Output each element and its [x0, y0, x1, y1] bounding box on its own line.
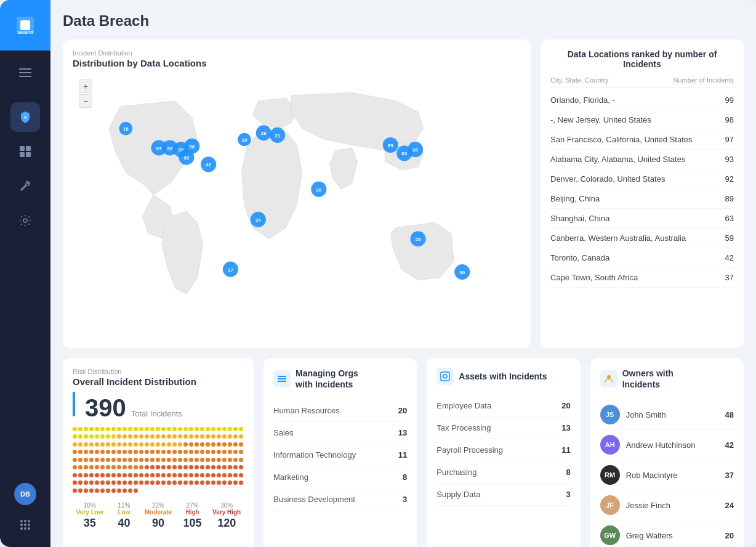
dot [206, 458, 210, 462]
risk-count: 40 [107, 517, 142, 530]
owner-avatar: JS [600, 405, 620, 424]
dot [172, 434, 177, 439]
owners-icon [600, 370, 617, 387]
dot [211, 434, 215, 439]
svg-rect-62 [441, 372, 449, 381]
org-row: Information Technology11 [273, 444, 407, 466]
dot [128, 480, 132, 485]
dot [73, 473, 77, 477]
location-count: 42 [725, 253, 734, 262]
top-section: Incident Distribution Distribution by Da… [63, 39, 744, 348]
dot [84, 458, 88, 462]
svg-text:97: 97 [156, 146, 162, 152]
sidebar-nav: 4 [10, 95, 40, 476]
dot [73, 434, 77, 439]
zoom-out-button[interactable]: − [79, 94, 92, 108]
dot [200, 442, 204, 447]
sidebar-item-dashboard[interactable] [10, 137, 40, 166]
dot [172, 473, 177, 477]
dot [134, 465, 138, 469]
org-count: 11 [398, 450, 407, 460]
dot [134, 480, 138, 485]
dot [117, 473, 121, 477]
dot [189, 427, 193, 431]
svg-point-21 [28, 527, 30, 530]
page-title: Data Breach [63, 12, 744, 30]
svg-point-13 [20, 520, 23, 522]
dot [178, 458, 182, 462]
dot [123, 434, 127, 439]
owner-count: 20 [725, 531, 734, 540]
dot [145, 442, 149, 447]
dot [222, 473, 227, 477]
location-name: Canberra, Western Australia, Australia [550, 233, 725, 243]
risk-count: 35 [73, 517, 107, 530]
dot [167, 458, 171, 462]
dot [84, 473, 88, 477]
svg-text:99: 99 [183, 155, 189, 161]
dot [222, 465, 227, 469]
org-count: 3 [403, 495, 407, 504]
org-count: 13 [398, 428, 407, 437]
sidebar-item-settings[interactable] [10, 206, 40, 235]
dot [123, 442, 127, 447]
dot [139, 427, 143, 431]
location-name: Shanghai, China [550, 214, 725, 223]
svg-text:securiti: securiti [18, 30, 33, 34]
dot [156, 450, 160, 454]
location-count: 92 [725, 174, 734, 184]
sidebar-item-grid[interactable] [10, 510, 40, 540]
dot [145, 450, 149, 454]
user-avatar[interactable]: DB [14, 483, 36, 505]
dot [195, 434, 199, 439]
dot [211, 458, 215, 462]
dot [233, 465, 238, 469]
dot [200, 427, 204, 431]
dot [183, 458, 188, 462]
location-name: Alabama City, Alabama, United States [550, 155, 725, 164]
owner-name: Greg Walters [626, 531, 725, 540]
map-title: Distribution by Data Locations [73, 58, 521, 68]
svg-text:18: 18 [123, 126, 129, 132]
dot [217, 450, 221, 454]
dot [156, 458, 160, 462]
dot [189, 480, 193, 485]
svg-text:92: 92 [167, 146, 172, 152]
asset-name: Tax Processing [436, 423, 491, 432]
dot [189, 434, 193, 439]
asset-name: Supply Data [436, 490, 480, 499]
zoom-in-button[interactable]: + [79, 79, 92, 93]
dot [100, 458, 105, 462]
svg-rect-59 [278, 376, 286, 377]
dot [100, 465, 105, 469]
risk-count: 120 [209, 517, 244, 530]
dot [73, 458, 77, 462]
dot [84, 480, 88, 485]
asset-count: 20 [561, 401, 570, 410]
hamburger-menu[interactable] [10, 51, 40, 95]
svg-point-16 [20, 524, 23, 526]
sidebar-item-shield[interactable]: 4 [10, 102, 40, 132]
dot [123, 465, 127, 469]
dot [84, 442, 88, 447]
dot [239, 480, 243, 485]
dot [150, 458, 155, 462]
locations-title: Data Locations ranked by number of Incid… [550, 49, 734, 69]
dot [189, 442, 193, 447]
sidebar-item-tools[interactable] [10, 171, 40, 201]
risk-distribution-card: Risk Distribution Overall Incident Distr… [63, 358, 254, 547]
location-count: 59 [725, 233, 734, 243]
dot [145, 434, 149, 439]
orgs-list: Human Resources20Sales13Information Tech… [273, 400, 407, 511]
dot [123, 488, 127, 493]
owner-name: Andrew Hutchinson [626, 440, 725, 450]
dot [128, 458, 132, 462]
dot [73, 442, 77, 447]
dot [206, 450, 210, 454]
dot [217, 427, 221, 431]
dot [145, 473, 149, 477]
svg-text:30: 30 [316, 187, 321, 193]
orgs-header: Managing Orgswith Incidents [273, 368, 407, 390]
dot [239, 434, 243, 439]
dot [78, 465, 82, 469]
